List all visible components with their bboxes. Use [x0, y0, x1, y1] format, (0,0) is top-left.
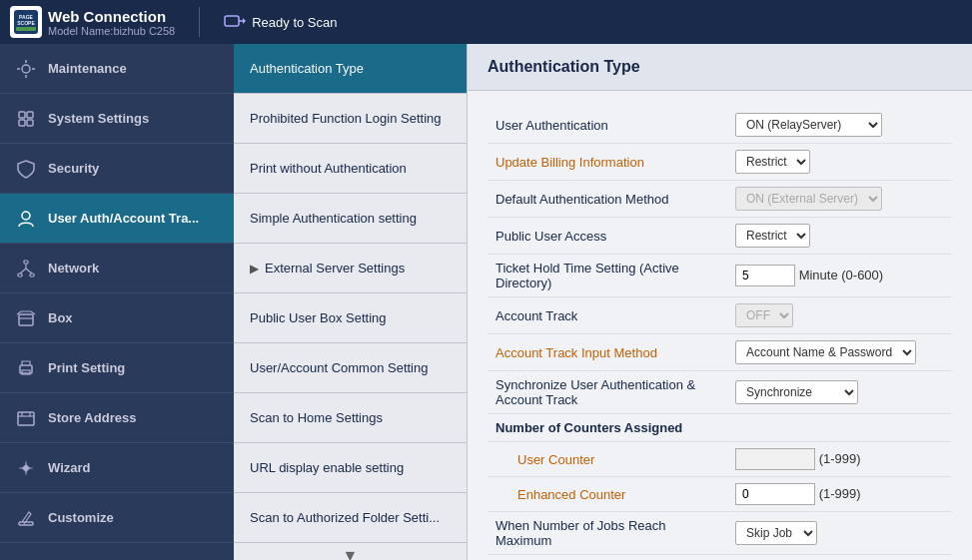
- svg-rect-17: [24, 261, 28, 264]
- control-synchronize: Synchronize Not Synchronize: [727, 371, 952, 414]
- submenu-label-print-without-auth: Print without Authentication: [250, 161, 407, 176]
- table-row-user-counter: User Counter (1-999): [487, 442, 952, 477]
- submenu-item-url-display[interactable]: URL display enable setting: [234, 443, 467, 493]
- control-enhanced-counter: (1-999): [727, 477, 952, 512]
- select-account-track: OFF ON: [735, 303, 793, 327]
- select-jobs-max[interactable]: Skip Job Hold Job: [735, 521, 817, 545]
- label-user-counter: User Counter: [487, 442, 727, 477]
- submenu-item-auth-type[interactable]: Authentication Type: [234, 44, 467, 94]
- control-public-user-access: Allow Restrict: [727, 218, 952, 255]
- security-icon: [14, 157, 38, 181]
- select-default-auth-method: ON (External Server): [735, 187, 882, 211]
- svg-rect-26: [18, 412, 34, 425]
- select-update-billing[interactable]: Allow Restrict: [735, 150, 810, 174]
- control-default-auth-method: ON (External Server): [727, 181, 952, 218]
- select-account-track-input[interactable]: Account Name & Password Account Name onl…: [735, 340, 916, 364]
- user-auth-icon: [14, 207, 38, 231]
- submenu-item-external-server[interactable]: ▶ External Server Settings: [234, 244, 467, 293]
- customize-icon: [14, 506, 38, 530]
- submenu-label-user-account-common: User/Account Common Setting: [250, 360, 428, 375]
- counters-section-header: Number of Counters Assigned: [487, 414, 952, 442]
- label-synchronize: Synchronize User Authentication & Accoun…: [487, 371, 727, 414]
- network-icon: [14, 257, 38, 280]
- control-jobs-max: Skip Job Hold Job: [727, 512, 952, 555]
- label-user-authentication: User Authentication: [487, 107, 727, 144]
- table-row-account-track: Account Track OFF ON: [487, 297, 952, 334]
- sidebar-label-system-settings: System Settings: [48, 111, 149, 126]
- submenu-label-auth-type: Authentication Type: [250, 61, 364, 76]
- select-user-authentication[interactable]: OFF ON (MFP) ON (RelayServer) ON (Extern…: [735, 113, 882, 137]
- label-account-track-input: Account Track Input Method: [487, 334, 727, 371]
- store-address-icon: [14, 406, 38, 430]
- svg-rect-12: [19, 112, 25, 118]
- svg-rect-14: [19, 120, 25, 126]
- submenu-item-public-user-box[interactable]: Public User Box Setting: [234, 293, 467, 343]
- model-name: Model Name:bizhub C258: [48, 25, 175, 37]
- submenu-item-prohibited[interactable]: Prohibited Function Login Setting: [234, 94, 467, 144]
- sidebar-item-system-settings[interactable]: System Settings: [0, 94, 234, 144]
- svg-rect-4: [225, 16, 239, 26]
- print-icon: [14, 356, 38, 380]
- submenu-item-print-without-auth[interactable]: Print without Authentication: [234, 144, 467, 194]
- svg-rect-23: [19, 314, 33, 325]
- box-icon: [14, 306, 38, 330]
- content-panel: Authentication Type User Authentication …: [468, 44, 972, 560]
- submenu-item-user-account-common[interactable]: User/Account Common Setting: [234, 343, 467, 393]
- header-title-group: Web Connection Model Name:bizhub C258: [48, 8, 175, 37]
- label-enhanced-counter: Enhanced Counter: [487, 477, 727, 512]
- label-account-track: Account Track: [487, 297, 727, 334]
- scan-status: Ready to Scan: [224, 12, 337, 33]
- label-zero-balance: Zero Balance Job Execution: [487, 555, 727, 561]
- header: PAGE SCOPE Web Connection Model Name:biz…: [0, 0, 972, 44]
- sidebar-label-user-auth: User Auth/Account Tra...: [48, 211, 199, 226]
- submenu-item-scan-home[interactable]: Scan to Home Settings: [234, 393, 467, 443]
- input-user-counter[interactable]: [735, 448, 815, 470]
- sidebar-item-customize[interactable]: Customize: [0, 493, 234, 543]
- submenu-label-public-user-box: Public User Box Setting: [250, 310, 387, 325]
- submenu-item-scan-authorized[interactable]: Scan to Authorized Folder Setti...: [234, 493, 467, 543]
- table-row-jobs-max: When Number of Jobs Reach Maximum Skip J…: [487, 512, 952, 555]
- sidebar-label-wizard: Wizard: [48, 460, 91, 475]
- submenu-item-simple-auth[interactable]: Simple Authentication setting: [234, 194, 467, 244]
- svg-point-7: [22, 65, 30, 73]
- input-enhanced-counter[interactable]: [735, 483, 815, 505]
- sidebar-item-user-auth[interactable]: User Auth/Account Tra...: [0, 194, 234, 244]
- sidebar-label-network: Network: [48, 261, 99, 276]
- content-title: Authentication Type: [468, 44, 972, 91]
- table-row-ticket-hold-time: Ticket Hold Time Setting (Active Directo…: [487, 255, 952, 297]
- label-ticket-hold-time: Ticket Hold Time Setting (Active Directo…: [487, 255, 727, 297]
- input-ticket-hold-time[interactable]: [735, 265, 795, 286]
- sidebar-item-network[interactable]: Network: [0, 244, 234, 293]
- control-user-authentication: OFF ON (MFP) ON (RelayServer) ON (Extern…: [727, 107, 952, 144]
- table-row-zero-balance: Zero Balance Job Execution Executable No…: [487, 555, 952, 561]
- sidebar-item-box[interactable]: Box: [0, 293, 234, 343]
- table-row-public-user-access: Public User Access Allow Restrict: [487, 218, 952, 255]
- label-default-auth-method: Default Authentication Method: [487, 181, 727, 218]
- svg-rect-31: [19, 522, 33, 525]
- main-layout: Maintenance System Settings Security Use…: [0, 44, 972, 560]
- sidebar-item-maintenance[interactable]: Maintenance: [0, 44, 234, 94]
- svg-line-22: [26, 269, 32, 274]
- table-row-counters-header: Number of Counters Assigned: [487, 414, 952, 442]
- svg-rect-13: [27, 112, 33, 118]
- label-update-billing: Update Billing Information: [487, 144, 727, 181]
- sidebar-item-print-setting[interactable]: Print Setting: [0, 343, 234, 393]
- scan-status-text: Ready to Scan: [252, 15, 337, 30]
- table-row-default-auth-method: Default Authentication Method ON (Extern…: [487, 181, 952, 218]
- sidebar: Maintenance System Settings Security Use…: [0, 44, 234, 560]
- submenu-label-simple-auth: Simple Authentication setting: [250, 211, 417, 226]
- svg-rect-19: [30, 274, 34, 277]
- submenu-arrow-icon: ▶: [250, 262, 259, 276]
- sidebar-item-security[interactable]: Security: [0, 144, 234, 194]
- table-row-user-auth: User Authentication OFF ON (MFP) ON (Rel…: [487, 107, 952, 144]
- table-row-update-billing: Update Billing Information Allow Restric…: [487, 144, 952, 181]
- control-ticket-hold-time: Minute (0-600): [727, 255, 952, 297]
- maintenance-icon: [14, 57, 38, 81]
- logo-icon: PAGE SCOPE: [10, 6, 42, 38]
- sidebar-item-store-address[interactable]: Store Address: [0, 393, 234, 443]
- select-synchronize[interactable]: Synchronize Not Synchronize: [735, 380, 858, 404]
- sidebar-item-wizard[interactable]: Wizard: [0, 443, 234, 493]
- scroll-down-indicator[interactable]: ▼: [234, 543, 467, 560]
- sidebar-label-security: Security: [48, 161, 99, 176]
- select-public-user-access[interactable]: Allow Restrict: [735, 224, 810, 248]
